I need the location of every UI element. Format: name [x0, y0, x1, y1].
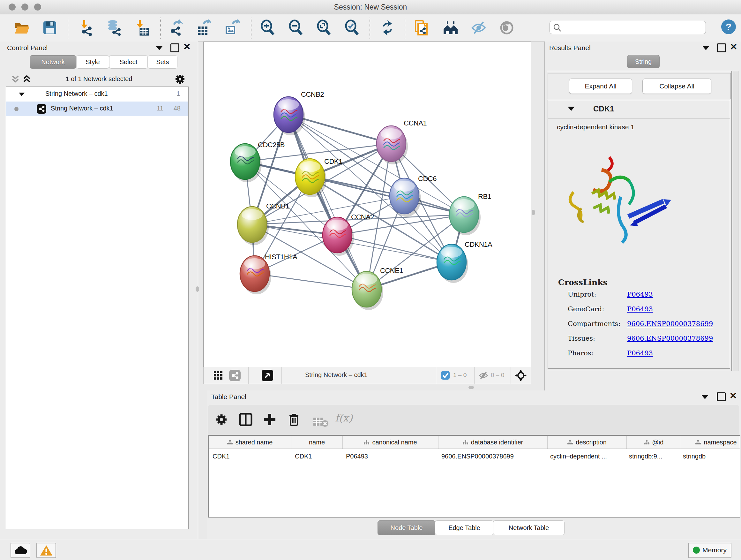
node-table[interactable]: shared namenamecanonical namedatabase id…: [208, 435, 740, 517]
horizontal-splitter-handle[interactable]: [468, 386, 474, 389]
table-cell[interactable]: cyclin–dependent ...: [546, 449, 625, 463]
column-header-shared-name[interactable]: shared name: [209, 436, 291, 449]
panel-float-icon[interactable]: [717, 392, 726, 401]
import-network-file-icon[interactable]: [78, 19, 95, 36]
export-network-icon[interactable]: [167, 19, 184, 36]
column-header-label: shared name: [235, 439, 273, 446]
tab-style[interactable]: Style: [76, 55, 109, 69]
export-image-icon[interactable]: [223, 19, 240, 36]
open-session-icon[interactable]: [13, 19, 30, 36]
string-style-icon[interactable]: [229, 370, 241, 381]
tab-select[interactable]: Select: [109, 55, 148, 69]
crosslink-label: Tissues:: [568, 334, 627, 342]
collapse-all-button[interactable]: Collapse All: [643, 78, 711, 94]
tab-network[interactable]: Network: [30, 55, 76, 69]
add-column-icon[interactable]: [262, 412, 277, 427]
string-network-icon: [37, 104, 46, 114]
search-input[interactable]: [564, 22, 702, 33]
delete-table-icon[interactable]: [313, 415, 329, 430]
network-view-canvas[interactable]: CCNB2CCNA1CDC25BCDK1CDC6RB1CCNB1CCNA2CDK…: [203, 42, 531, 367]
tab-sets[interactable]: Sets: [148, 55, 178, 69]
selection-checkbox-icon[interactable]: [441, 371, 450, 380]
table-cell[interactable]: CDK1: [291, 449, 342, 463]
grid-view-icon[interactable]: [214, 371, 223, 381]
column-header-label: description: [576, 439, 607, 446]
panel-float-icon[interactable]: [717, 44, 726, 52]
delete-column-trash-icon[interactable]: [286, 412, 301, 427]
save-session-icon[interactable]: [42, 19, 58, 36]
tab-string[interactable]: String: [627, 55, 660, 68]
crosslink-value-link[interactable]: 9606.ENSP00000378699: [627, 320, 713, 327]
table-cell[interactable]: P06493: [342, 449, 437, 463]
column-header-namespace[interactable]: namespace: [681, 436, 741, 449]
birds-eye-view-icon[interactable]: [515, 370, 527, 381]
warnings-button[interactable]: [37, 543, 56, 558]
column-header-description[interactable]: description: [548, 436, 627, 449]
help-icon[interactable]: ?: [721, 19, 736, 34]
panel-close-icon[interactable]: ✕: [730, 44, 737, 51]
copy-network-icon[interactable]: [414, 19, 430, 36]
node-table-header: shared namenamecanonical namedatabase id…: [209, 436, 740, 449]
hidden-eye-slash-icon[interactable]: [479, 371, 488, 380]
function-builder-icon[interactable]: f(x): [335, 412, 353, 424]
node-label: CCNA1: [404, 119, 427, 127]
table-row[interactable]: CDK1CDK1P064939606.ENSP00000378699cyclin…: [209, 449, 740, 463]
table-cell[interactable]: 9606.ENSP00000378699: [437, 449, 546, 463]
table-cell[interactable]: stringdb:9...: [625, 449, 679, 463]
panel-menu-icon[interactable]: [702, 46, 710, 50]
gene-card-header[interactable]: CDK1: [548, 100, 730, 118]
show-eye-icon[interactable]: [498, 19, 515, 36]
collection-expand-icon[interactable]: [19, 92, 24, 96]
import-network-database-icon[interactable]: [106, 19, 122, 36]
gene-collapse-icon[interactable]: [568, 107, 575, 111]
crosslink-label: GeneCard:: [568, 305, 627, 313]
show-columns-icon[interactable]: [238, 412, 253, 427]
tab-node-table[interactable]: Node Table: [378, 520, 435, 535]
column-header-canonical-name[interactable]: canonical name: [343, 436, 439, 449]
node-gloss: [356, 274, 377, 285]
hide-selected-eye-slash-icon[interactable]: [470, 19, 487, 36]
status-bar: Memory: [0, 539, 741, 560]
crosslink-value-link[interactable]: 9606.ENSP00000378699: [627, 334, 713, 342]
zoom-fit-icon[interactable]: [316, 19, 332, 36]
network-collection-row[interactable]: String Network – cdk1 1: [6, 87, 188, 102]
export-table-icon[interactable]: [195, 19, 212, 36]
panel-menu-icon[interactable]: [156, 46, 163, 50]
network-options-gear-icon[interactable]: [174, 73, 186, 85]
panel-float-icon[interactable]: [171, 44, 179, 52]
zoom-out-icon[interactable]: [287, 19, 304, 36]
network-row[interactable]: String Network – cdk1 11 48: [6, 102, 188, 116]
crosslink-value-link[interactable]: P06493: [627, 291, 653, 298]
tab-network-table[interactable]: Network Table: [493, 520, 564, 535]
memory-button[interactable]: Memory: [688, 543, 731, 558]
refresh-icon[interactable]: [379, 19, 396, 36]
zoom-in-icon[interactable]: [259, 19, 276, 36]
zoom-selected-icon[interactable]: [344, 19, 360, 36]
column-header-name[interactable]: name: [291, 436, 343, 449]
open-in-new-window-icon[interactable]: [262, 370, 273, 381]
cloud-icon: [14, 546, 27, 555]
panel-close-icon[interactable]: ✕: [183, 44, 191, 51]
cloud-button[interactable]: [10, 543, 30, 558]
right-splitter-handle[interactable]: [532, 210, 535, 215]
crosslink-value-link[interactable]: P06493: [627, 349, 653, 357]
tab-edge-table[interactable]: Edge Table: [435, 520, 494, 535]
panel-menu-icon[interactable]: [701, 395, 709, 399]
warning-icon: [40, 545, 53, 556]
panel-close-icon[interactable]: ✕: [730, 392, 737, 399]
column-header--id[interactable]: @id: [627, 436, 681, 449]
search-box[interactable]: [549, 21, 706, 34]
expand-all-networks-icon[interactable]: [23, 75, 34, 84]
table-cell[interactable]: CDK1: [209, 449, 291, 463]
results-scrollbar[interactable]: [733, 71, 738, 371]
import-table-icon[interactable]: [134, 19, 150, 36]
table-cell[interactable]: stringdb: [679, 449, 741, 463]
table-settings-gear-icon[interactable]: [214, 412, 229, 427]
left-splitter-handle[interactable]: [196, 287, 199, 292]
network-selected-summary: 1 of 1 Network selected: [38, 75, 159, 83]
column-header-database-identifier[interactable]: database identifier: [439, 436, 548, 449]
expand-all-button[interactable]: Expand All: [569, 78, 632, 94]
collapse-all-networks-icon[interactable]: [11, 75, 22, 84]
home-networks-icon[interactable]: [442, 19, 459, 36]
crosslink-value-link[interactable]: P06493: [627, 305, 653, 313]
